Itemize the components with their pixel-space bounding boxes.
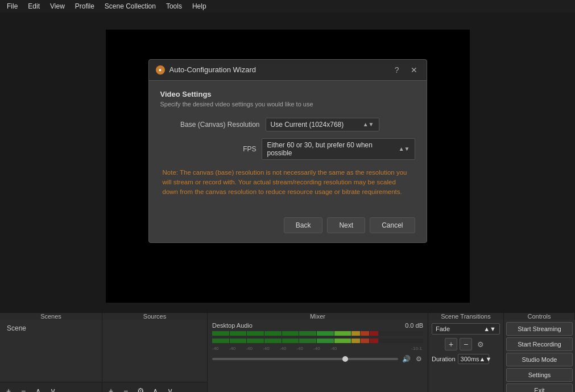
dialog-body: Video Settings Specify the desired video… xyxy=(149,81,427,211)
start-recording-button[interactable]: Start Recording xyxy=(506,337,573,351)
duration-value: 300ms xyxy=(461,356,479,362)
section-subtitle: Specify the desired video settings you w… xyxy=(160,101,415,108)
menu-file[interactable]: File xyxy=(2,1,22,11)
back-button[interactable]: Back xyxy=(284,217,323,233)
fps-control: Either 60 or 30, but prefer 60 when poss… xyxy=(262,138,415,160)
main-area: ● Auto-Configuration Wizard ? ✕ Video Se… xyxy=(0,13,575,392)
controls-panel: Start Streaming Start Recording Studio M… xyxy=(504,320,575,392)
transitions-type-combo[interactable]: Fade ▲▼ xyxy=(432,323,500,335)
resolution-combo[interactable]: Use Current (1024x768) ▲▼ xyxy=(266,118,379,131)
scenes-toolbar: + − ∧ ∨ xyxy=(0,382,102,392)
dialog-title: Auto-Configuration Wizard xyxy=(169,65,256,74)
panels-content: Scene + − ∧ ∨ + − ⚙ ∧ ∨ xyxy=(0,320,575,392)
exit-button[interactable]: Exit xyxy=(506,383,573,392)
source-list xyxy=(102,320,207,382)
bottom-area: Scenes Sources Mixer Scene Transitions C… xyxy=(0,312,575,392)
sources-up-button[interactable]: ∧ xyxy=(149,385,162,392)
transitions-actions: + − ⚙ xyxy=(432,338,500,350)
settings-button[interactable]: Settings xyxy=(506,368,573,382)
volume-slider[interactable] xyxy=(212,358,398,360)
dialog-close-button[interactable]: ✕ xyxy=(408,64,420,76)
menu-profile[interactable]: Profile xyxy=(71,1,99,11)
studio-mode-button[interactable]: Studio Mode xyxy=(506,353,573,366)
transitions-arrow: ▲▼ xyxy=(483,325,496,332)
duration-label: Duration xyxy=(432,356,456,362)
auto-config-dialog: ● Auto-Configuration Wizard ? ✕ Video Se… xyxy=(148,59,427,244)
sources-down-button[interactable]: ∨ xyxy=(164,385,176,392)
transitions-settings-button[interactable]: ⚙ xyxy=(474,338,487,350)
transitions-panel-header: Scene Transitions xyxy=(428,313,504,320)
scene-list: Scene xyxy=(0,320,102,382)
track-db: 0.0 dB xyxy=(405,322,423,329)
resolution-value: Use Current (1024x768) xyxy=(271,121,344,129)
controls-panel-header: Controls xyxy=(504,313,575,320)
sources-settings-button[interactable]: ⚙ xyxy=(134,385,147,392)
sources-add-button[interactable]: + xyxy=(105,385,117,392)
menu-scene-collection[interactable]: Scene Collection xyxy=(100,1,160,11)
resolution-arrow: ▲▼ xyxy=(363,121,374,127)
meter-scale: -40 -40 -40 -40 -40 -40 -40 -40 -10 -1 xyxy=(212,346,423,351)
menu-tools[interactable]: Tools xyxy=(162,1,187,11)
dialog-footer: Back Next Cancel xyxy=(149,211,427,242)
duration-row: Duration 300ms ▲▼ xyxy=(432,354,500,364)
fps-label: FPS xyxy=(160,145,262,153)
mixer-panel-header: Mixer xyxy=(208,313,428,320)
scenes-remove-button[interactable]: − xyxy=(17,385,30,392)
dialog-title-left: ● Auto-Configuration Wizard xyxy=(156,65,256,75)
volume-thumb xyxy=(342,356,348,362)
transitions-remove-button[interactable]: − xyxy=(460,338,472,350)
mixer-controls: 🔊 ⚙ xyxy=(212,354,423,364)
sources-toolbar: + − ⚙ ∧ ∨ xyxy=(102,382,207,392)
transitions-panel: Fade ▲▼ + − ⚙ Duration 300ms ▲▼ xyxy=(428,320,504,392)
menu-view[interactable]: View xyxy=(45,1,69,11)
start-streaming-button[interactable]: Start Streaming xyxy=(506,322,573,336)
next-button[interactable]: Next xyxy=(327,217,365,233)
dialog-help-button[interactable]: ? xyxy=(392,64,402,76)
sources-panel: + − ⚙ ∧ ∨ xyxy=(102,320,208,392)
dialog-titlebar: ● Auto-Configuration Wizard ? ✕ xyxy=(149,60,427,81)
duration-arrow: ▲▼ xyxy=(479,356,492,362)
sources-panel-header: Sources xyxy=(102,313,208,320)
track-name: Desktop Audio xyxy=(212,322,253,329)
scenes-add-button[interactable]: + xyxy=(2,385,15,392)
menu-help[interactable]: Help xyxy=(188,1,211,11)
scenes-up-button[interactable]: ∧ xyxy=(32,385,44,392)
transitions-add-button[interactable]: + xyxy=(445,338,457,350)
cancel-button[interactable]: Cancel xyxy=(370,217,415,233)
mixer-track: Desktop Audio 0.0 dB xyxy=(212,322,423,364)
scenes-down-button[interactable]: ∨ xyxy=(47,385,59,392)
fps-combo[interactable]: Either 60 or 30, but prefer 60 when poss… xyxy=(262,138,415,160)
preview-area: ● Auto-Configuration Wizard ? ✕ Video Se… xyxy=(0,13,575,312)
sources-remove-button[interactable]: − xyxy=(119,385,132,392)
mixer-settings-icon[interactable]: ⚙ xyxy=(414,354,423,364)
fps-row: FPS Either 60 or 30, but prefer 60 when … xyxy=(160,138,415,160)
menubar: File Edit View Profile Scene Collection … xyxy=(0,0,575,13)
obs-icon: ● xyxy=(156,65,165,75)
note-text: Note: The canvas (base) resolution is no… xyxy=(160,168,415,197)
duration-input[interactable]: 300ms ▲▼ xyxy=(458,354,489,364)
section-title: Video Settings xyxy=(160,90,415,98)
audio-meter-bottom xyxy=(212,339,423,343)
audio-meter-top xyxy=(212,331,423,336)
transitions-type: Fade xyxy=(436,325,450,332)
scenes-panel-header: Scenes xyxy=(0,313,102,320)
fps-arrow: ▲▼ xyxy=(399,146,410,152)
resolution-control: Use Current (1024x768) ▲▼ xyxy=(266,118,379,131)
mixer-track-header: Desktop Audio 0.0 dB xyxy=(212,322,423,329)
dialog-title-actions: ? ✕ xyxy=(392,64,420,76)
panels-header: Scenes Sources Mixer Scene Transitions C… xyxy=(0,312,575,320)
fps-value: Either 60 or 30, but prefer 60 when poss… xyxy=(267,141,394,157)
mute-icon[interactable]: 🔊 xyxy=(402,354,411,364)
resolution-row: Base (Canvas) Resolution Use Current (10… xyxy=(160,118,415,131)
mixer-panel: Desktop Audio 0.0 dB xyxy=(208,320,428,392)
scene-item[interactable]: Scene xyxy=(2,322,100,335)
scenes-panel: Scene + − ∧ ∨ xyxy=(0,320,102,392)
resolution-label: Base (Canvas) Resolution xyxy=(160,121,266,129)
menu-edit[interactable]: Edit xyxy=(23,1,44,11)
